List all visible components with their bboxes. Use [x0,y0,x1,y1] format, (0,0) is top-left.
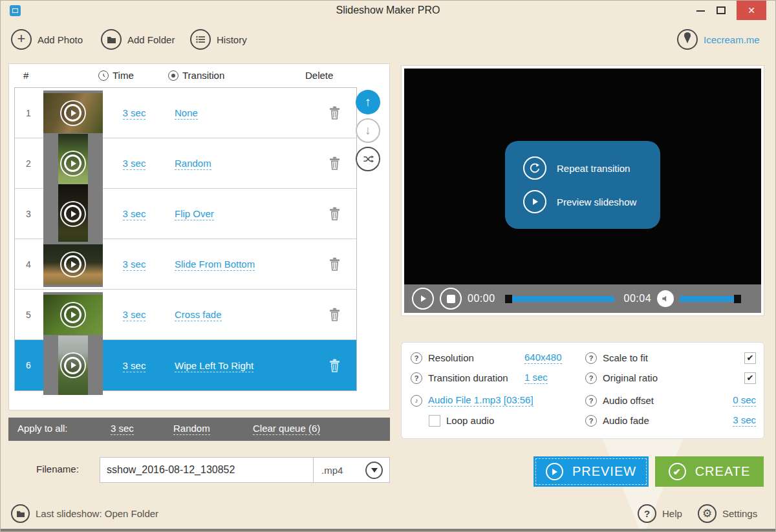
row-number: 1 [15,108,42,118]
move-up-button[interactable]: ↑ [356,90,380,114]
icecream-link[interactable]: Icecream.me [677,29,760,50]
question-icon: ? [638,504,656,523]
transition-link[interactable]: Wipe Left To Right [175,360,253,372]
table-row[interactable]: 4 3 sec Slide From Bottom [15,239,356,290]
transition-icon [168,70,178,81]
move-down-button[interactable]: ↓ [356,118,380,143]
delete-icon[interactable] [329,308,341,321]
delete-icon[interactable] [329,257,341,271]
volume-button[interactable] [657,290,674,307]
column-number: # [23,70,28,81]
time-link[interactable]: 3 sec [123,158,146,170]
transition-link[interactable]: Random [175,158,211,170]
audio-fade-value-link[interactable]: 3 sec [733,414,756,427]
delete-icon[interactable] [329,156,341,170]
table-row[interactable]: 5 3 sec Cross fade [15,290,356,340]
table-row-selected[interactable]: 6 3 sec Wipe Left To Right [15,340,356,390]
preview-slideshow-button[interactable]: Preview slideshow [523,190,660,213]
table-row[interactable]: 2 3 sec Random [15,138,356,189]
video-thumbnail[interactable] [43,292,103,337]
play-icon [546,463,563,480]
history-button[interactable]: History [190,29,247,50]
resolution-value-link[interactable]: 640x480 [524,352,562,364]
play-icon [523,190,546,213]
time-link[interactable]: 3 sec [123,360,146,372]
scale-to-fit-row: ? Scale to fit [585,348,756,368]
delete-icon[interactable] [329,106,341,120]
help-circle-icon: ? [585,395,597,407]
column-time[interactable]: Time [98,70,134,81]
clear-queue-link[interactable]: Clear queue (6) [253,423,320,435]
time-link[interactable]: 3 sec [123,259,146,271]
transition-link[interactable]: Flip Over [175,208,214,220]
filename-input[interactable] [100,458,314,482]
row-number: 6 [15,360,42,370]
preview-button[interactable]: PREVIEW [534,456,649,487]
folder-icon [11,504,30,523]
table-row[interactable]: 3 3 sec Flip Over [15,189,356,239]
help-button[interactable]: ? Help [638,504,682,523]
apply-time-link[interactable]: 3 sec [111,423,134,435]
audio-fade-label: Audio fade [603,415,649,426]
apply-transition-link[interactable]: Random [173,423,210,435]
delete-icon[interactable] [329,359,341,372]
volume-slider[interactable] [680,295,741,303]
volume-handle[interactable] [734,295,741,303]
playback-overlay-menu: Repeat transition Preview slideshow [505,141,660,229]
audio-file-link[interactable]: Audio File 1.mp3 [03:56] [428,394,534,407]
add-folder-button[interactable]: Add Folder [101,29,175,50]
play-button[interactable] [412,288,434,310]
create-button[interactable]: ✔ CREATE [655,456,764,487]
play-overlay-icon [43,184,103,244]
player-controls: 00:00 00:04 [404,284,761,313]
column-transition[interactable]: Transition [168,70,224,81]
extension-dropdown-button[interactable] [365,462,383,479]
table-row[interactable]: 1 3 sec None [15,88,356,138]
video-thumbnail[interactable] [43,184,103,244]
seek-bar[interactable] [505,295,614,303]
seek-handle[interactable] [505,295,512,303]
time-link[interactable]: 3 sec [123,107,146,120]
time-link[interactable]: 3 sec [123,309,146,321]
help-circle-icon: ? [411,352,422,364]
music-note-icon: ♪ [411,395,422,407]
list-icon [190,29,211,50]
window-title: Slideshow Maker PRO [1,5,775,16]
preview-player: Repeat transition Preview slideshow 00:0… [401,65,764,316]
settings-button[interactable]: ⚙ Settings [698,504,757,523]
repeat-transition-button[interactable]: Repeat transition [523,156,660,180]
video-thumbnail[interactable] [43,90,103,136]
time-link[interactable]: 3 sec [123,208,146,220]
shuffle-button[interactable] [356,147,380,171]
add-photo-button[interactable]: + Add Photo [11,29,83,50]
video-thumbnail[interactable] [43,335,103,395]
maximize-button[interactable] [717,6,726,14]
transition-duration-value-link[interactable]: 1 sec [524,372,548,384]
settings-panel: ? Resolution 640x480 ? Transition durati… [401,342,764,439]
delete-icon[interactable] [329,207,341,220]
loop-audio-checkbox[interactable] [429,415,440,427]
scale-to-fit-checkbox[interactable] [744,352,756,364]
minimize-button[interactable] [696,10,705,12]
check-icon: ✔ [669,463,686,480]
total-time: 00:04 [624,293,652,304]
original-ratio-label: Original ratio [603,372,658,383]
chevron-down-icon [371,468,378,473]
transition-link[interactable]: Slide From Bottom [175,259,255,271]
stop-button[interactable] [440,288,462,310]
video-thumbnail[interactable] [43,242,103,287]
original-ratio-checkbox[interactable] [744,372,756,384]
app-window: Slideshow Maker PRO ✕ + Add Photo Add Fo… [0,0,776,532]
play-overlay-icon [43,242,103,287]
resolution-label: Resolution [428,352,474,363]
play-overlay-icon [43,335,103,395]
apply-to-all-label: Apply to all: [17,423,68,434]
transition-link[interactable]: None [175,107,198,120]
close-button[interactable]: ✕ [737,1,766,20]
row-number: 3 [15,209,42,219]
row-number: 2 [15,158,42,169]
audio-offset-value-link[interactable]: 0 sec [733,394,756,407]
transition-link[interactable]: Cross fade [175,309,222,321]
open-last-slideshow-folder[interactable]: Last slideshow: Open Folder [11,504,158,523]
audio-offset-label: Audio offset [603,395,654,406]
